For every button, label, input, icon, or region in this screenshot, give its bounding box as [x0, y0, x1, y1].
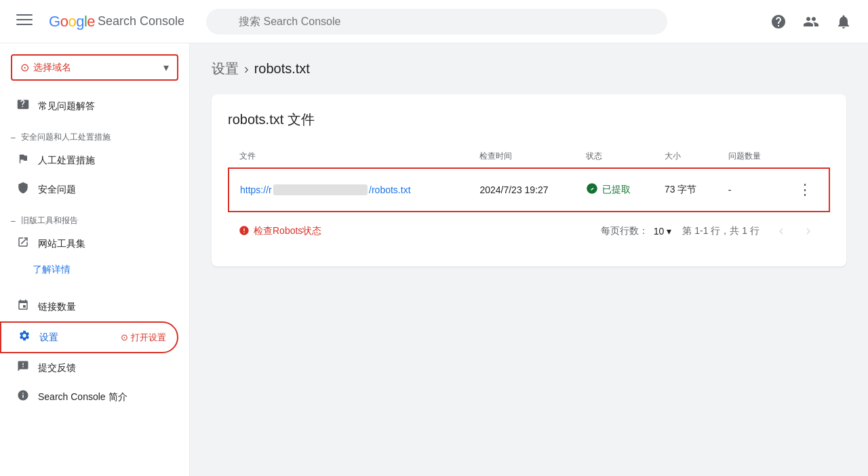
card-title: robots.txt 文件	[228, 111, 830, 129]
pagination-container: 每页行数： 10 ▾ 第 1-1 行，共 1 行	[601, 220, 819, 242]
domain-selector-arrow-icon: ▾	[163, 61, 169, 74]
legacy-section-header[interactable]: – 旧版工具和报告	[0, 204, 189, 229]
rows-per-page-arrow: ▾	[667, 226, 671, 237]
svg-rect-0	[16, 14, 33, 16]
section-toggle-icon: –	[11, 133, 16, 142]
col-check-time: 检查时间	[469, 145, 575, 168]
svg-rect-2	[16, 24, 33, 25]
feedback-label: 提交反馈	[38, 362, 76, 374]
legacy-toggle-icon: –	[11, 216, 16, 226]
menu-icon[interactable]	[11, 6, 38, 37]
breadcrumb-separator: ›	[244, 61, 249, 77]
topbar: Google Search Console	[0, 0, 868, 43]
main-layout: ⊙ 选择域名 ▾ 常见问题解答 – 安全问题和人工处置措施	[0, 43, 868, 476]
faq-icon	[16, 98, 30, 114]
domain-selector-icon: ⊙	[20, 61, 29, 74]
learn-more-link[interactable]: 了解详情	[16, 258, 81, 280]
table-footer: 检查Robots状态 每页行数： 10 ▾ 第 1-1 行，共 1 行	[228, 212, 830, 250]
cell-size: 73 字节	[654, 168, 717, 212]
rows-per-page-label: 每页行数：	[601, 225, 648, 237]
search-container	[206, 9, 667, 35]
pagination-nav	[770, 220, 819, 242]
robots-table: 文件 检查时间 状态 大小 问题数量 https://r████████/rob…	[228, 145, 830, 212]
sidebar-item-manual-actions[interactable]: 人工处置措施	[0, 146, 178, 175]
learn-more-container: 了解详情	[0, 258, 189, 281]
col-issues: 问题数量	[717, 145, 781, 168]
open-settings-icon: ⊙	[121, 332, 128, 342]
settings-icon	[18, 330, 31, 345]
notification-icon-button[interactable]	[830, 8, 857, 35]
sidebar: ⊙ 选择域名 ▾ 常见问题解答 – 安全问题和人工处置措施	[0, 43, 190, 476]
open-settings-text: 打开设置	[131, 332, 166, 344]
sidebar-item-intro[interactable]: Search Console 简介	[0, 382, 178, 412]
col-status: 状态	[575, 145, 654, 168]
rows-per-page-select[interactable]: 10 ▾	[654, 226, 672, 237]
sidebar-bottom-section: 链接数量 设置 ⊙ 打开设置	[0, 292, 189, 412]
status-text: 已提取	[602, 184, 631, 196]
faq-label: 常见问题解答	[38, 100, 95, 113]
intro-icon	[16, 389, 30, 405]
manual-actions-label: 人工处置措施	[38, 155, 95, 167]
status-ok-icon	[586, 182, 598, 197]
sidebar-item-website-tools[interactable]: 网站工具集	[0, 229, 178, 258]
help-icon-button[interactable]	[765, 8, 792, 35]
sidebar-item-feedback[interactable]: 提交反馈	[0, 353, 178, 382]
topbar-actions	[765, 8, 857, 35]
col-file: 文件	[229, 145, 469, 168]
domain-selector[interactable]: ⊙ 选择域名 ▾	[11, 54, 178, 81]
settings-label: 设置	[39, 332, 58, 344]
feedback-icon	[16, 360, 30, 376]
rows-per-page: 每页行数： 10 ▾	[601, 225, 672, 237]
website-tools-label: 网站工具集	[38, 238, 85, 250]
cell-check-time: 2024/7/23 19:27	[469, 168, 575, 212]
next-page-button[interactable]	[797, 220, 819, 242]
intro-label: Search Console 简介	[38, 391, 127, 403]
table-row: https://r████████/robots.txt 2024/7/23 1…	[229, 168, 829, 212]
product-name: Search Console	[98, 14, 184, 28]
website-tools-icon	[16, 236, 30, 252]
check-robots-link[interactable]: 检查Robots状态	[239, 225, 321, 238]
cell-more: ⋮	[781, 168, 829, 212]
security-icon	[16, 182, 30, 197]
prev-page-button[interactable]	[770, 220, 792, 242]
security-section-header[interactable]: – 安全问题和人工处置措施	[0, 121, 189, 146]
breadcrumb: 设置 › robots.txt	[212, 60, 846, 78]
sidebar-item-security-issues[interactable]: 安全问题	[0, 175, 178, 204]
links-label: 链接数量	[38, 301, 76, 313]
check-robots-icon	[239, 225, 250, 238]
domain-selector-label-text: 选择域名	[33, 62, 71, 74]
manual-actions-icon	[16, 153, 30, 168]
robots-url[interactable]: https://r████████/robots.txt	[240, 184, 411, 195]
breadcrumb-parent[interactable]: 设置	[212, 60, 239, 78]
links-icon	[16, 299, 30, 315]
col-size: 大小	[654, 145, 717, 168]
cell-issues: -	[717, 168, 781, 212]
sidebar-item-faq[interactable]: 常见问题解答	[0, 92, 178, 121]
search-input[interactable]	[206, 9, 667, 35]
rows-per-page-value: 10	[654, 226, 665, 237]
pagination-info: 第 1-1 行，共 1 行	[682, 225, 760, 237]
security-issues-label: 安全问题	[38, 184, 76, 196]
app-logo: Google Search Console	[49, 13, 184, 31]
open-settings-badge[interactable]: ⊙ 打开设置	[121, 332, 166, 344]
table-header-row: 文件 检查时间 状态 大小 问题数量	[229, 145, 829, 168]
legacy-section-label: 旧版工具和报告	[21, 215, 78, 226]
cell-url: https://r████████/robots.txt	[229, 168, 469, 212]
svg-rect-1	[16, 19, 33, 20]
security-section-label: 安全问题和人工处置措施	[21, 132, 111, 143]
status-ok-container: 已提取	[586, 182, 643, 197]
sidebar-item-links[interactable]: 链接数量	[0, 292, 178, 321]
sidebar-item-settings[interactable]: 设置 ⊙ 打开设置	[0, 321, 178, 353]
more-options-button[interactable]: ⋮	[792, 178, 818, 201]
breadcrumb-current: robots.txt	[254, 61, 310, 77]
check-robots-label: 检查Robots状态	[254, 225, 321, 237]
account-icon-button[interactable]	[797, 8, 825, 35]
col-actions	[781, 145, 829, 168]
robots-card: robots.txt 文件 文件 检查时间 状态 大小 问题数量	[212, 94, 846, 266]
cell-status: 已提取	[575, 168, 654, 212]
content-area: 设置 › robots.txt robots.txt 文件 文件 检查时间 状态…	[190, 43, 868, 476]
